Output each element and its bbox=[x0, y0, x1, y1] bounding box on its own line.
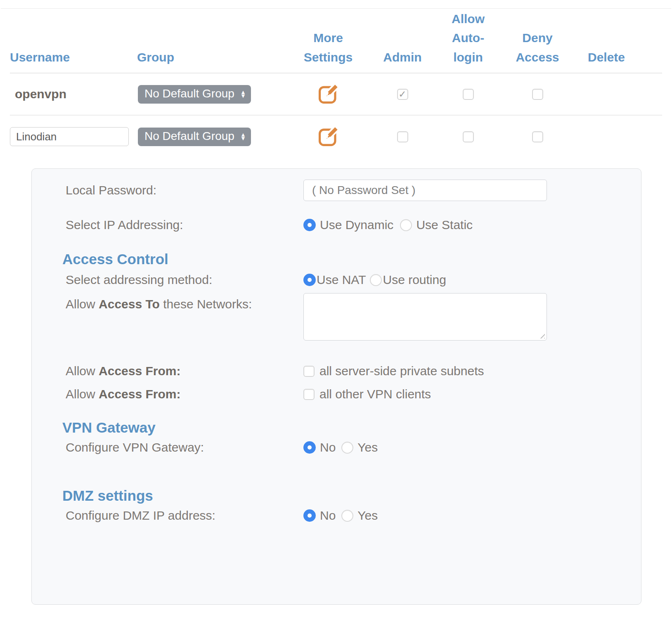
edit-pencil-icon bbox=[317, 100, 339, 106]
radio-label-dmz-yes: Yes bbox=[357, 509, 378, 523]
configure-dmz-row: Configure DMZ IP address: No Yes bbox=[32, 509, 641, 523]
radio-label-use-dynamic: Use Dynamic bbox=[320, 218, 393, 232]
column-header-group: Group bbox=[137, 48, 289, 67]
radio-label-use-static: Use Static bbox=[416, 218, 473, 232]
username-openvpn: openvpn bbox=[10, 87, 66, 101]
column-header-username: Username bbox=[10, 48, 137, 67]
configure-vpn-gateway-row: Configure VPN Gateway: No Yes bbox=[32, 440, 641, 454]
group-select-openvpn[interactable]: No Default Group ▲▼ bbox=[138, 85, 251, 104]
configure-dmz-label: Configure DMZ IP address: bbox=[66, 509, 303, 523]
local-password-input[interactable] bbox=[303, 180, 547, 201]
access-from-subnets-option-label: all server-side private subnets bbox=[319, 364, 484, 378]
admin-checkbox-openvpn[interactable]: ✓ bbox=[397, 89, 408, 100]
access-control-heading: Access Control bbox=[62, 251, 641, 267]
access-from-clients-row: Allow Access From: all other VPN clients bbox=[32, 387, 641, 401]
column-header-delete: Delete bbox=[576, 48, 637, 67]
radio-vpn-gateway-yes[interactable] bbox=[341, 442, 353, 454]
user-permissions-table: Username Group More Settings Admin Allow… bbox=[10, 9, 662, 158]
group-select-value: No Default Group bbox=[144, 130, 234, 144]
access-to-networks-row: Allow Access To these Networks: bbox=[32, 293, 641, 341]
radio-vpn-gateway-no[interactable] bbox=[303, 441, 316, 454]
table-row-new-user: No Default Group ▲▼ bbox=[10, 116, 662, 158]
access-to-networks-textarea[interactable] bbox=[303, 293, 547, 341]
radio-use-static[interactable] bbox=[400, 219, 412, 231]
radio-label-use-routing: Use routing bbox=[383, 273, 446, 287]
autologin-checkbox-openvpn[interactable] bbox=[463, 89, 474, 100]
select-arrows-icon: ▲▼ bbox=[240, 90, 246, 97]
autologin-checkbox-new-user[interactable] bbox=[463, 131, 474, 142]
access-from-clients-checkbox[interactable] bbox=[303, 389, 315, 400]
more-settings-button-new-user[interactable] bbox=[317, 125, 339, 148]
deny-access-checkbox-new-user[interactable] bbox=[532, 131, 543, 142]
user-settings-panel: Local Password: Select IP Addressing: Us… bbox=[31, 168, 641, 605]
radio-use-dynamic[interactable] bbox=[303, 219, 316, 231]
table-header-row: Username Group More Settings Admin Allow… bbox=[10, 9, 662, 73]
access-to-networks-label: Allow Access To these Networks: bbox=[66, 297, 303, 311]
ip-addressing-row: Select IP Addressing: Use Dynamic Use St… bbox=[32, 218, 641, 232]
ip-addressing-label: Select IP Addressing: bbox=[66, 218, 303, 232]
access-from-subnets-checkbox[interactable] bbox=[303, 366, 315, 377]
more-settings-button-openvpn[interactable] bbox=[317, 83, 339, 105]
local-password-label: Local Password: bbox=[66, 183, 303, 197]
radio-dmz-yes[interactable] bbox=[341, 510, 353, 522]
access-from-clients-label: Allow Access From: bbox=[66, 387, 303, 401]
table-row-openvpn: openvpn No Default Group ▲▼ bbox=[10, 73, 662, 116]
vpn-gateway-heading: VPN Gateway bbox=[62, 419, 641, 436]
access-from-subnets-row: Allow Access From: all server-side priva… bbox=[32, 364, 641, 378]
edit-pencil-icon bbox=[317, 143, 339, 149]
access-from-clients-option-label: all other VPN clients bbox=[319, 387, 431, 401]
column-header-allow-autologin: Allow Auto-login bbox=[438, 9, 499, 67]
group-select-new-user[interactable]: No Default Group ▲▼ bbox=[138, 128, 251, 146]
dmz-settings-heading: DMZ settings bbox=[62, 487, 641, 504]
radio-dmz-no[interactable] bbox=[303, 509, 316, 522]
access-from-subnets-label: Allow Access From: bbox=[66, 364, 303, 378]
column-header-more-settings: More Settings bbox=[289, 28, 367, 67]
addressing-method-label: Select addressing method: bbox=[66, 273, 303, 287]
deny-access-checkbox-openvpn[interactable] bbox=[532, 89, 543, 100]
column-header-deny-access: Deny Access bbox=[499, 28, 576, 67]
radio-label-vpn-gateway-no: No bbox=[320, 440, 336, 454]
admin-checkbox-new-user[interactable] bbox=[397, 131, 408, 142]
local-password-row: Local Password: bbox=[32, 180, 641, 201]
radio-label-vpn-gateway-yes: Yes bbox=[357, 440, 378, 454]
configure-vpn-gateway-label: Configure VPN Gateway: bbox=[66, 440, 303, 454]
radio-label-use-nat: Use NAT bbox=[317, 273, 366, 287]
column-header-admin: Admin bbox=[367, 48, 438, 67]
radio-use-nat[interactable] bbox=[303, 274, 316, 286]
addressing-method-row: Select addressing method: Use NAT Use ro… bbox=[32, 273, 641, 287]
radio-use-routing[interactable] bbox=[370, 274, 382, 286]
radio-label-dmz-no: No bbox=[320, 509, 336, 523]
select-arrows-icon: ▲▼ bbox=[240, 133, 246, 140]
group-select-value: No Default Group bbox=[144, 87, 234, 102]
new-username-input[interactable] bbox=[10, 127, 129, 146]
